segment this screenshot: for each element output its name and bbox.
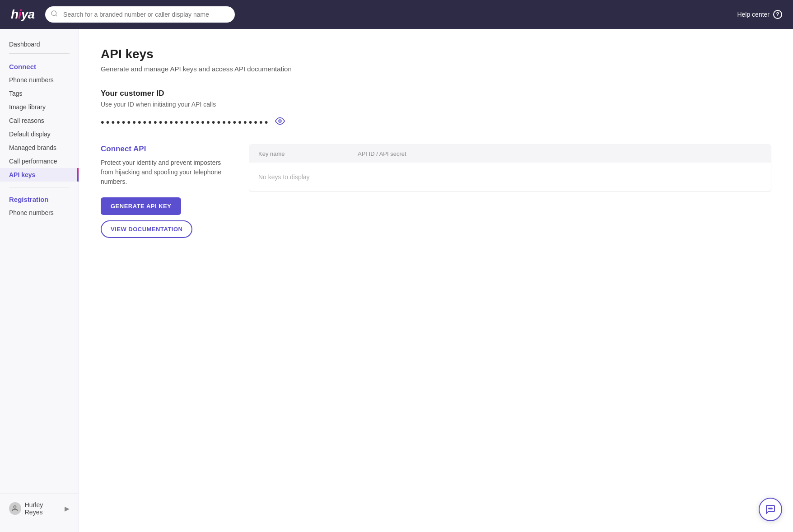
customer-id-row: •••••••••••••••••••••••••••••••• <box>101 116 771 128</box>
search-input[interactable] <box>45 6 235 23</box>
sidebar-item-call-performance[interactable]: Call performance <box>0 154 79 168</box>
api-table-container: Key name API ID / API secret No keys to … <box>249 145 771 192</box>
view-documentation-button[interactable]: VIEW DOCUMENTATION <box>101 220 192 238</box>
app-header: hiya Help center ? <box>0 0 793 29</box>
connect-api-section: Connect API Protect your identity and pr… <box>101 145 771 238</box>
customer-id-description: Use your ID when initiating your API cal… <box>101 101 771 108</box>
sidebar-section-connect: Connect <box>0 59 79 73</box>
app-logo: hiya <box>11 7 34 22</box>
table-header-key-name: Key name <box>258 150 340 157</box>
toggle-visibility-icon[interactable] <box>275 116 285 128</box>
sidebar-item-default-display[interactable]: Default display <box>0 127 79 141</box>
generate-api-key-button[interactable]: GENERATE API KEY <box>101 197 181 215</box>
sidebar-divider-middle <box>9 187 70 187</box>
table-header-api-id: API ID / API secret <box>358 150 762 157</box>
customer-id-dots: •••••••••••••••••••••••••••••••• <box>101 117 270 128</box>
sidebar-item-phone-numbers[interactable]: Phone numbers <box>0 73 79 87</box>
sidebar-user-name: Hurley Reyes <box>25 501 61 516</box>
svg-point-6 <box>771 508 772 509</box>
sidebar-section-registration: Registration <box>0 192 79 206</box>
svg-line-1 <box>56 15 57 16</box>
sidebar-item-managed-brands[interactable]: Managed brands <box>0 141 79 154</box>
search-icon <box>51 10 58 19</box>
no-keys-message: No keys to display <box>258 173 310 181</box>
chevron-right-icon: ▶ <box>65 505 70 512</box>
sidebar-item-registration-phone-numbers[interactable]: Phone numbers <box>0 206 79 219</box>
sidebar-item-tags[interactable]: Tags <box>0 87 79 100</box>
connect-api-info: Connect API Protect your identity and pr… <box>101 145 227 238</box>
customer-id-section: Your customer ID Use your ID when initia… <box>101 89 771 128</box>
svg-point-0 <box>51 11 56 16</box>
help-icon: ? <box>773 10 782 19</box>
sidebar-item-call-reasons[interactable]: Call reasons <box>0 114 79 127</box>
sidebar: Dashboard Connect Phone numbers Tags Ima… <box>0 29 79 532</box>
svg-point-5 <box>770 508 771 509</box>
svg-point-4 <box>769 508 770 509</box>
avatar <box>9 502 21 515</box>
customer-id-title: Your customer ID <box>101 89 771 98</box>
sidebar-divider-top <box>9 53 70 54</box>
svg-point-2 <box>14 506 16 508</box>
api-table-header: Key name API ID / API secret <box>249 145 771 163</box>
main-content: API keys Generate and manage API keys an… <box>79 29 793 532</box>
sidebar-item-image-library[interactable]: Image library <box>0 100 79 114</box>
svg-point-3 <box>279 120 282 122</box>
sidebar-item-dashboard[interactable]: Dashboard <box>0 38 79 53</box>
help-center-label: Help center <box>737 11 770 18</box>
page-title: API keys <box>101 47 771 61</box>
help-center-link[interactable]: Help center ? <box>737 10 782 19</box>
chat-widget-button[interactable] <box>759 498 782 521</box>
page-subtitle: Generate and manage API keys and access … <box>101 65 771 73</box>
api-table-empty-state: No keys to display <box>249 163 771 191</box>
api-keys-table: Key name API ID / API secret No keys to … <box>249 145 771 192</box>
sidebar-user-profile[interactable]: Hurley Reyes ▶ <box>0 494 79 523</box>
connect-api-description: Protect your identity and prevent impost… <box>101 158 227 187</box>
sidebar-item-api-keys[interactable]: API keys <box>0 168 79 182</box>
connect-api-title: Connect API <box>101 145 227 154</box>
search-bar[interactable] <box>45 6 235 23</box>
